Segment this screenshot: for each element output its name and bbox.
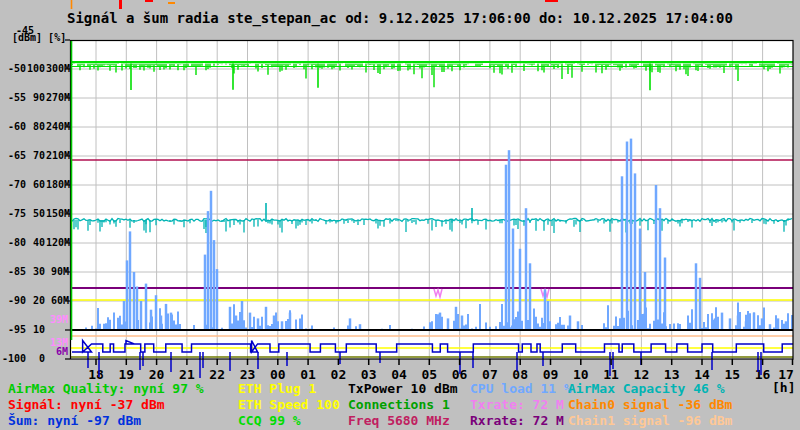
x-axis-hour-label: 10	[573, 367, 589, 382]
y-axis-dbm-label: -80	[0, 237, 26, 248]
y-axis-row: -6570210M	[0, 150, 69, 161]
y-axis-mbps-label: 180M	[46, 179, 69, 190]
legend-airmax-quality: AirMax Quality: nyní 97 %	[8, 381, 204, 396]
x-axis-hour-label: 00	[270, 367, 286, 382]
rate-marker-label: 39M	[0, 314, 68, 325]
legend-eth-plug: ETH Plug 1	[238, 381, 316, 396]
y-axis-mbps-label: 150M	[46, 208, 69, 219]
y-axis-dbm-label: -65	[0, 150, 26, 161]
y-axis-row: -5590270M	[0, 92, 69, 103]
y-axis-pct-label: 40	[27, 237, 45, 248]
y-axis-row: -50100300M	[0, 63, 69, 74]
y-axis-mbps-label: 60M	[46, 295, 69, 306]
y-axis-mbps-label: 300M	[46, 63, 69, 74]
y-axis-dbm-label: -75	[0, 208, 26, 219]
y-axis-pct-label: 20	[27, 295, 45, 306]
y-axis-row: -9510	[0, 324, 69, 335]
y-axis-mbps-label: 270M	[46, 92, 69, 103]
x-axis-hour-label: 02	[331, 367, 347, 382]
x-axis-hour-label: 04	[391, 367, 407, 382]
x-axis-hour-label: 07	[482, 367, 498, 382]
legend-noise: Šum: nyní -97 dBm	[8, 413, 141, 428]
y-axis-units-label: [dBm] [%]	[12, 33, 66, 44]
y-axis-row: -8040120M	[0, 237, 69, 248]
x-axis-hour-label: 23	[240, 367, 256, 382]
x-axis-hour-label: 21	[179, 367, 195, 382]
legend-txpower: TxPower 10 dBm	[348, 381, 458, 396]
legend-airmax-capacity: AirMax Capacity 46 %	[568, 381, 725, 396]
y-axis-pct-label: 30	[27, 266, 45, 277]
y-axis-pct-label: 100	[27, 63, 45, 74]
y-axis-row: -902060M	[0, 295, 69, 306]
chart-canvas	[0, 0, 800, 430]
x-axis-hour-label: 08	[512, 367, 528, 382]
y-axis-pct-label: 10	[27, 324, 45, 335]
y-axis-pct-label: 50	[27, 208, 45, 219]
y-axis-dbm-label: -50	[0, 63, 26, 74]
x-axis-hour-label: 20	[149, 367, 165, 382]
x-axis-hour-label: 12	[634, 367, 650, 382]
y-axis-mbps-label: 240M	[46, 121, 69, 132]
graph-title: Signál a šum radia ste_stepan_ac od: 9.1…	[67, 11, 733, 26]
x-axis-hour-label: 09	[543, 367, 559, 382]
x-axis-hour-label: 05	[421, 367, 437, 382]
y-axis-dbm-label: -70	[0, 179, 26, 190]
y-axis-dbm-label: -85	[0, 266, 26, 277]
y-axis-pct-label: 80	[27, 121, 45, 132]
legend-eth-speed: ETH Speed 100	[238, 397, 340, 412]
legend-connections: Connections 1	[348, 397, 450, 412]
y-axis-dbm-label: -60	[0, 121, 26, 132]
y-axis-row: -853090M	[0, 266, 69, 277]
x-axis-hour-label: 14	[694, 367, 710, 382]
y-axis-mbps-label	[46, 324, 69, 335]
x-axis-hour-label: 15	[724, 367, 740, 382]
legend-chain0: Chain0 signal -36 dBm	[568, 397, 732, 412]
x-axis-hour-label: 13	[664, 367, 680, 382]
legend-rxrate: Rxrate: 72 M	[470, 413, 564, 428]
y-axis-pct-label: 90	[27, 92, 45, 103]
legend-ccq: CCQ 99 %	[238, 413, 301, 428]
y-axis-pct-label: 60	[27, 179, 45, 190]
x-axis-hour-label: 11	[603, 367, 619, 382]
x-axis-hour-label: 01	[300, 367, 316, 382]
y-axis-row: -7550150M	[0, 208, 69, 219]
y-axis-mbps-label: 90M	[46, 266, 69, 277]
y-axis-row: -6080240M	[0, 121, 69, 132]
x-axis-hour-label: 03	[361, 367, 377, 382]
x-axis-hour-label: 19	[118, 367, 134, 382]
y-axis-dbm-label: -90	[0, 295, 26, 306]
x-axis-hour-label: 06	[452, 367, 468, 382]
rate-marker-label: 6M	[0, 346, 68, 357]
x-axis-hour-label: 18	[88, 367, 104, 382]
y-axis-dbm-label: -95	[0, 324, 26, 335]
x-axis-unit-label: [h]	[772, 381, 795, 395]
y-axis-row: -7060180M	[0, 179, 69, 190]
legend-signal: Signál: nyní -37 dBm	[8, 397, 165, 412]
x-axis-hour-label: 22	[209, 367, 225, 382]
monitoring-graph-page: Signál a šum radia ste_stepan_ac od: 9.1…	[0, 0, 800, 430]
legend-freq: Freq 5680 MHz	[348, 413, 450, 428]
legend-txrate: Txrate: 72 M	[470, 397, 564, 412]
legend-chain1: Chain1 signal -96 dBm	[568, 413, 732, 428]
y-axis-pct-label: 70	[27, 150, 45, 161]
y-axis-mbps-label: 210M	[46, 150, 69, 161]
y-axis-dbm-label: -55	[0, 92, 26, 103]
legend-cpu-load: CPU load 11 %	[470, 381, 572, 396]
y-axis-mbps-label: 120M	[46, 237, 69, 248]
x-axis-hour-label: 16	[755, 367, 771, 382]
